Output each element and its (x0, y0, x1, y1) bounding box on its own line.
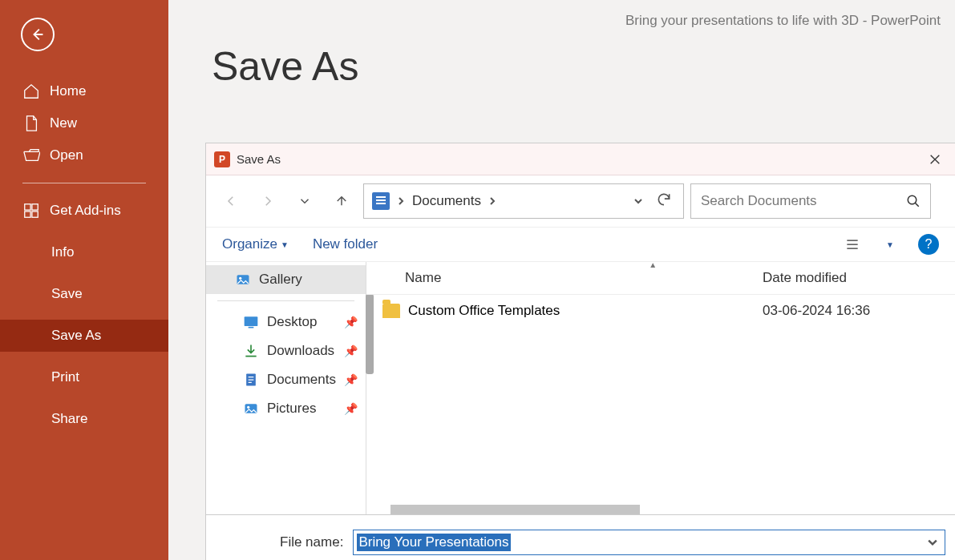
documents-icon (243, 372, 259, 388)
nav-home[interactable]: Home (0, 75, 168, 107)
pin-icon[interactable]: 📌 (344, 402, 358, 415)
chevron-down-icon[interactable]: ▼ (886, 240, 894, 249)
nav-up-button[interactable] (326, 186, 357, 216)
tree-documents[interactable]: Documents 📌 (206, 365, 366, 394)
address-bar[interactable]: Documents (363, 183, 684, 219)
pin-icon[interactable]: 📌 (344, 344, 358, 357)
new-folder-button[interactable]: New folder (313, 236, 378, 252)
tree-separator (217, 300, 354, 301)
svg-rect-0 (25, 204, 30, 210)
nav-save[interactable]: Save (0, 278, 168, 310)
svg-rect-1 (32, 204, 38, 210)
close-icon (929, 153, 941, 166)
file-row[interactable]: Custom Office Templates 03-06-2024 16:36 (366, 295, 955, 327)
file-icon (22, 115, 40, 132)
filename-dropdown[interactable] (924, 538, 941, 547)
home-icon (22, 83, 40, 100)
file-list-header[interactable]: Name Date modified (366, 262, 955, 295)
backstage-separator (22, 183, 146, 183)
breadcrumb: Documents (412, 193, 481, 209)
nav-new-label: New (50, 115, 77, 131)
page-title: Save As (212, 43, 358, 90)
backstage-sidebar: Home New Open Get Add-ins Info Save Save… (0, 0, 168, 560)
filename-row: File name: Bring Your Presentations (206, 515, 955, 560)
file-list: ▲ Name Date modified Custom Office Templ… (366, 262, 955, 514)
back-button[interactable] (21, 18, 55, 51)
dialog-title: Save As (237, 152, 281, 166)
view-options-button[interactable] (843, 235, 862, 254)
tree-pictures[interactable]: Pictures 📌 (206, 394, 366, 423)
desktop-icon (243, 314, 259, 330)
search-placeholder: Search Documents (701, 193, 817, 209)
tree-downloads[interactable]: Downloads 📌 (206, 336, 366, 365)
nav-saveas[interactable]: Save As (0, 320, 168, 352)
organize-dropdown[interactable]: Organize ▼ (222, 236, 289, 252)
nav-info[interactable]: Info (0, 236, 168, 268)
save-as-dialog: Save As Documents (205, 143, 955, 560)
svg-rect-7 (245, 316, 258, 326)
svg-rect-8 (249, 327, 254, 328)
file-name: Custom Office Templates (408, 303, 755, 319)
addins-icon (22, 202, 40, 220)
pin-icon[interactable]: 📌 (344, 373, 358, 386)
arrow-left-icon (29, 26, 47, 43)
pin-icon[interactable]: 📌 (344, 316, 358, 328)
svg-rect-3 (32, 212, 38, 217)
file-area: Gallery Desktop 📌 Downloads 📌 (206, 262, 955, 515)
col-date[interactable]: Date modified (763, 270, 939, 286)
powerpoint-icon (214, 151, 230, 167)
chevron-down-icon[interactable] (632, 195, 645, 207)
col-name[interactable]: Name (405, 270, 763, 286)
refresh-button[interactable] (656, 191, 675, 211)
nav-recent-dropdown[interactable] (289, 186, 320, 216)
svg-point-6 (239, 277, 241, 280)
tree-gallery[interactable]: Gallery (206, 265, 366, 294)
nav-home-label: Home (50, 83, 86, 99)
filename-value: Bring Your Presentations (357, 534, 510, 551)
svg-point-11 (247, 406, 249, 409)
file-date: 03-06-2024 16:36 (763, 303, 939, 319)
nav-share[interactable]: Share (0, 403, 168, 435)
toolbar-row: Organize ▼ New folder ▼ ? (206, 228, 955, 262)
horizontal-scrollbar[interactable] (390, 505, 747, 514)
search-icon (906, 194, 921, 208)
svg-rect-2 (25, 212, 30, 217)
chevron-right-icon (488, 196, 497, 206)
help-button[interactable]: ? (918, 234, 939, 255)
folder-icon (382, 304, 400, 318)
main-area: Bring your presentations to life with 3D… (168, 0, 955, 560)
filename-input[interactable]: Bring Your Presentations (353, 530, 945, 555)
filename-label: File name: (280, 534, 343, 550)
folder-open-icon (22, 147, 40, 164)
search-input[interactable]: Search Documents (690, 183, 931, 219)
nav-open[interactable]: Open (0, 139, 168, 171)
nav-print[interactable]: Print (0, 361, 168, 393)
tree-desktop[interactable]: Desktop 📌 (206, 308, 366, 336)
nav-forward-button[interactable] (253, 186, 283, 216)
nav-row: Documents Search Documents (206, 175, 955, 228)
nav-open-label: Open (50, 147, 83, 163)
chevron-down-icon: ▼ (281, 240, 289, 249)
window-title: Bring your presentations to life with 3D… (625, 13, 941, 29)
close-button[interactable] (923, 147, 947, 171)
nav-addins[interactable]: Get Add-ins (0, 195, 168, 227)
nav-new[interactable]: New (0, 107, 168, 139)
chevron-right-icon (396, 196, 406, 206)
nav-addins-label: Get Add-ins (50, 203, 121, 219)
gallery-icon (235, 272, 251, 288)
pictures-icon (243, 401, 259, 417)
location-icon (372, 192, 390, 210)
svg-point-4 (908, 195, 917, 204)
nav-back-button[interactable] (216, 186, 246, 216)
dialog-titlebar: Save As (206, 143, 955, 175)
downloads-icon (243, 343, 259, 359)
nav-tree: Gallery Desktop 📌 Downloads 📌 (206, 262, 366, 514)
